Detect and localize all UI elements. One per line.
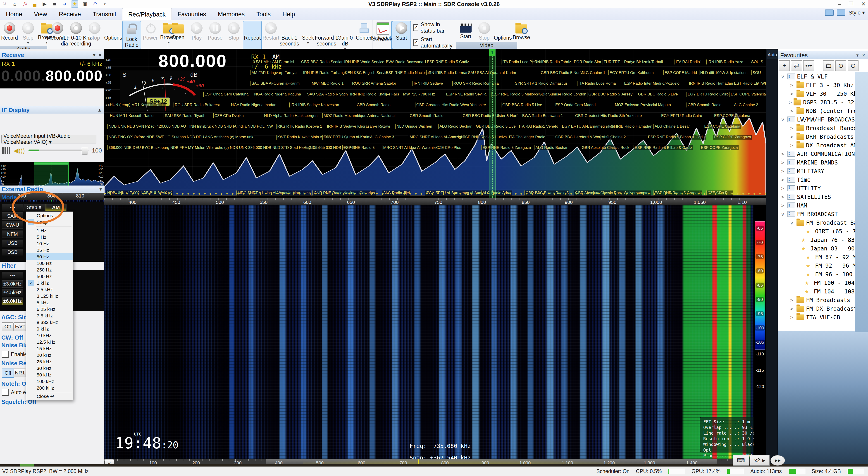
station-label[interactable]: ALG Chaine 1 Besar <box>653 124 691 129</box>
station-label[interactable]: EGY ERTU Radio Cairo <box>660 113 703 118</box>
filter-button[interactable]: ±3.0kHz <box>2 280 23 288</box>
expander-icon[interactable]: > <box>780 194 786 200</box>
expander-icon[interactable]: > <box>789 142 795 148</box>
station-label[interactable]: TUR TRT 1 Radyo Bir Izmir/Torbali <box>602 60 664 64</box>
expander-icon[interactable]: > <box>789 314 795 320</box>
station-label[interactable]: BWA Radio Botswana 1 <box>385 60 427 64</box>
station-label[interactable]: MOZ Radio Mozambique Antena Nacional <box>322 113 396 118</box>
station-label[interactable]: IRN IRIB Radio Farhang <box>302 70 345 75</box>
step-menu-item[interactable]: 15 kHz <box>26 345 73 352</box>
station-label[interactable]: ITA Radio Luce Roma <box>577 81 616 86</box>
agc-button[interactable]: Fast <box>14 322 26 331</box>
station-label[interactable]: ESP RNE Radio 5 <box>342 145 375 150</box>
station-label[interactable]: SOU S <box>750 60 764 64</box>
step-menu-item[interactable]: 50 kHz <box>26 372 73 378</box>
ribbon-button[interactable]: Options <box>104 21 122 49</box>
ribbon-button[interactable]: Browse <box>512 21 530 42</box>
expander-icon[interactable]: v <box>780 211 786 217</box>
expander-icon[interactable]: > <box>789 306 795 312</box>
undo-icon[interactable]: ↶ <box>91 1 98 7</box>
step-menu-item[interactable]: 3.125 kHz <box>26 293 73 299</box>
station-label[interactable]: ESP RNE Radio 5 Mallorca <box>491 92 540 97</box>
station-label[interactable]: GBR Sunrise Radio London <box>538 92 587 97</box>
close-icon[interactable]: ✕ <box>862 53 866 58</box>
ribbon-button[interactable]: Stop▾ <box>19 21 37 46</box>
expander-icon[interactable]: > <box>780 177 786 183</box>
station-label[interactable]: ALG Chaine 2 <box>600 135 626 139</box>
station-label[interactable]: ESP RNE Radio 5 Zaragoza <box>481 145 531 150</box>
play-icon[interactable]: ▶ <box>41 1 48 7</box>
station-label[interactable]: ESP RNE Radio Sevilla <box>445 92 487 97</box>
ribbon-button[interactable]: VLF 0-10 Khzdia recording <box>67 21 85 49</box>
station-label[interactable]: ESP COPE Valencia <box>730 92 766 97</box>
spectrum-frequency-ruler[interactable]: 4004505005506006507007508008509009501,00… <box>104 198 766 205</box>
station-label[interactable]: IRN IRIB Sedaye Khorasan-e Razavi <box>326 124 391 129</box>
station-label[interactable]: HUN MR1 Kossuth Radio <box>108 113 154 118</box>
station-label[interactable]: ESP COPE Madrid <box>663 70 698 75</box>
step-menu-item[interactable]: ✓1 kHz <box>26 280 73 286</box>
station-label[interactable]: ESP COPE Cataluna <box>713 113 751 118</box>
station-label[interactable]: ITA RAI Radio1 <box>675 60 703 64</box>
mode-button[interactable]: USB <box>2 240 23 247</box>
ribbon-button[interactable]: Repeat <box>243 21 261 52</box>
station-label[interactable]: AM FAR Kringvarp Føroya <box>250 70 297 75</box>
stop-icon[interactable]: ■ <box>51 1 58 7</box>
step-menu-item[interactable]: 100 Hz <box>26 260 73 266</box>
station-label[interactable]: ESP RNE Radio 5 Cadiz <box>426 60 470 64</box>
step-menu-item[interactable]: 20 kHz <box>26 352 73 358</box>
station-label[interactable]: EGY ERTU Om Kalthoum <box>609 70 654 75</box>
station-label[interactable]: ALG Radio Bechar <box>438 124 472 129</box>
step-menu-item[interactable] <box>26 225 73 227</box>
step-menu-item[interactable]: 5 kHz <box>26 299 73 306</box>
step-menu-item[interactable]: 8.333 kHz <box>26 319 73 325</box>
next-icon[interactable]: ➔ <box>61 1 68 7</box>
station-label[interactable]: IRN IRIB Sedaye <box>412 81 443 86</box>
minimize-button[interactable]: – <box>838 1 841 7</box>
station-label[interactable]: GBR BBC Radio 5 Live <box>637 92 679 97</box>
ribbon-button[interactable]: Stop <box>86 21 104 49</box>
station-label[interactable]: IRN IRIB Sedaye Khuzestan <box>289 102 340 107</box>
station-label[interactable]: 0.531 MHz AM Farao Isl. <box>252 60 296 64</box>
ribbon-checkbox[interactable]: ✓Show in status bar <box>413 21 454 34</box>
close-button[interactable]: ✕ <box>861 1 866 7</box>
menu-item[interactable]: Receive <box>53 9 87 20</box>
tuning-marker-tab[interactable]: 1 <box>489 49 495 56</box>
volume-slider[interactable] <box>29 150 89 151</box>
step-menu-item[interactable]: 250 Hz <box>26 266 73 273</box>
step-menu-item[interactable]: 100 kHz <box>26 378 73 385</box>
station-label[interactable]: EGY ERTU Radio Cairo <box>686 92 729 97</box>
ribbon-button[interactable]: Record <box>0 21 19 46</box>
expander-icon[interactable]: > <box>789 297 795 303</box>
ribbon-button[interactable]: Pause <box>206 21 224 52</box>
menu-item[interactable]: Transmit <box>87 9 122 20</box>
station-label[interactable]: SAU SBA Radio Riyadh <box>306 92 348 97</box>
folder-icon[interactable]: ▄ <box>31 1 38 7</box>
station-label[interactable]: BWA Radio Botswana 1 <box>521 113 564 118</box>
station-label[interactable]: ALG Chaine 1 <box>580 70 606 75</box>
ribbon-button[interactable]: Gain 0dB▾ <box>336 21 354 52</box>
step-menu-item[interactable]: 50 Hz <box>26 253 73 260</box>
home-icon[interactable]: ⌂ <box>11 1 18 7</box>
camera-icon[interactable]: ▣ <box>82 1 88 7</box>
station-label[interactable]: ALG Chaine 3 <box>369 135 395 139</box>
mode-button[interactable]: CW-U <box>2 221 23 229</box>
ribbon-button[interactable]: Open <box>169 21 187 52</box>
menu-item[interactable]: Favourites <box>172 9 212 20</box>
filter-more-button[interactable]: ••• <box>2 272 23 279</box>
frequency-readout[interactable]: 0.000.800.000 <box>0 67 103 84</box>
station-label[interactable]: IRN IRIB Radio Khalij-e Fars <box>349 92 400 97</box>
step-menu-item[interactable]: 10 kHz <box>26 332 73 339</box>
collapse-icon[interactable]: ▾ <box>856 53 859 58</box>
expander-icon[interactable]: > <box>789 99 792 105</box>
station-label[interactable]: ALG Chaine 2 <box>733 102 759 107</box>
monitor-2-icon[interactable] <box>837 9 845 16</box>
station-label[interactable]: ESP Onda Cero Madrid <box>554 102 596 107</box>
ribbon-button[interactable]: Back 1seconds <box>280 21 299 52</box>
station-label[interactable]: IRN IRIB World Service <box>343 60 385 64</box>
expander-icon[interactable]: > <box>789 125 795 131</box>
step-menu-item[interactable]: 500 Hz <box>26 273 73 280</box>
ribbon-button[interactable]: LockRadio <box>123 21 141 49</box>
station-label[interactable]: GBR Smooth Radio <box>686 102 722 107</box>
agc-button[interactable]: Off <box>2 322 13 331</box>
step-menu-item[interactable]: 7.5 kHz <box>26 312 73 319</box>
